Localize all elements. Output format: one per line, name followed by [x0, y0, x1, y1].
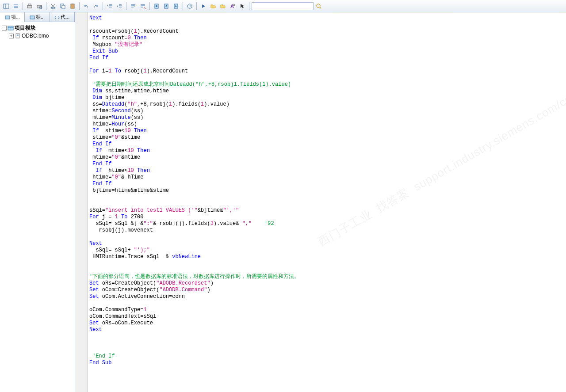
svg-point-30 [156, 5, 157, 7]
separator [79, 2, 80, 10]
separator [23, 2, 23, 10]
expand-icon[interactable]: + [9, 34, 14, 38]
folder-open-icon[interactable] [209, 2, 218, 11]
svg-rect-12 [62, 5, 65, 9]
svg-rect-14 [72, 4, 73, 4]
editor-gutter [75, 12, 88, 392]
cut-icon[interactable] [49, 2, 57, 11]
svg-rect-13 [71, 4, 74, 8]
search-input[interactable] [252, 2, 314, 10]
toggle-panel-icon[interactable] [2, 2, 11, 11]
svg-line-38 [320, 7, 321, 8]
separator [149, 2, 150, 10]
indent-icon[interactable] [115, 2, 124, 11]
list-icon[interactable] [11, 2, 20, 11]
sidebar: 项... 标... 代... − 项目模块 + ODBC.bmo [0, 12, 75, 392]
undo-icon[interactable] [82, 2, 91, 11]
watermark: 西门子工业 找答案 support.industry.siemens.com/c… [317, 95, 566, 246]
bookmark-toggle-icon[interactable] [152, 2, 161, 11]
run-icon[interactable] [199, 2, 208, 11]
search-go-icon[interactable] [314, 2, 323, 11]
print-icon[interactable] [25, 2, 34, 11]
tree-root-label: 项目模块 [15, 24, 36, 32]
copy-icon[interactable] [58, 2, 67, 11]
svg-point-37 [317, 4, 320, 8]
svg-rect-0 [4, 4, 9, 8]
bookmark-prev-icon[interactable] [172, 2, 180, 11]
sidebar-tabs: 项... 标... 代... [0, 12, 75, 22]
svg-rect-40 [30, 16, 34, 19]
separator [249, 2, 249, 10]
svg-rect-6 [28, 4, 31, 5]
tab-label: 代... [61, 14, 69, 20]
svg-text:?: ? [189, 4, 191, 8]
collapse-icon[interactable]: − [2, 26, 7, 30]
tree-item-label: ODBC.bmo [22, 33, 49, 39]
svg-rect-41 [8, 26, 13, 30]
tab-project[interactable]: 项... [0, 12, 25, 22]
file-icon [15, 33, 21, 39]
separator [196, 2, 197, 10]
main-toolbar: ' ? A [0, 0, 566, 12]
code-area[interactable]: 西门子工业 找答案 support.industry.siemens.com/c… [88, 12, 566, 392]
separator [126, 2, 126, 10]
tab-label: 项... [11, 14, 20, 20]
find-icon[interactable]: A [228, 2, 237, 11]
project-tree: − 项目模块 + ODBC.bmo [0, 22, 75, 42]
uncomment-icon[interactable] [138, 2, 147, 11]
bookmark-next-icon[interactable] [162, 2, 171, 11]
svg-line-28 [144, 7, 145, 9]
tree-item-odbc[interactable]: + ODBC.bmo [1, 32, 74, 40]
tree-root[interactable]: − 项目模块 [1, 24, 74, 32]
main-area: 项... 标... 代... − 项目模块 + ODBC.bmo 西门子工业 找… [0, 12, 566, 392]
paste-icon[interactable] [68, 2, 77, 11]
folder-up-icon[interactable] [218, 2, 227, 11]
svg-rect-5 [27, 5, 32, 8]
separator [46, 2, 46, 10]
print-preview-icon[interactable] [35, 2, 44, 11]
separator [183, 2, 183, 10]
code-editor: 西门子工业 找答案 support.industry.siemens.com/c… [75, 12, 566, 392]
svg-rect-39 [5, 16, 10, 19]
separator [103, 2, 103, 10]
module-folder-icon [8, 25, 14, 31]
select-icon[interactable] [238, 2, 247, 11]
tab-label: 标... [36, 14, 45, 20]
tab-code[interactable]: 代... [50, 12, 75, 22]
tab-standard[interactable]: 标... [25, 12, 50, 22]
comment-icon[interactable]: ' [129, 2, 138, 11]
help-icon[interactable]: ? [185, 2, 194, 11]
redo-icon[interactable] [92, 2, 100, 11]
outdent-icon[interactable] [105, 2, 114, 11]
